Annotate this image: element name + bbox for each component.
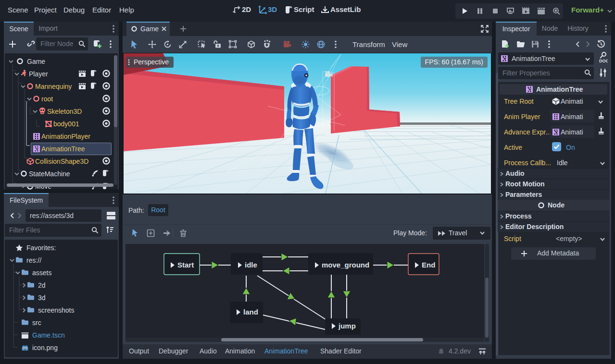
svg-text:idle: idle xyxy=(245,261,257,269)
svg-text:move_ground: move_ground xyxy=(322,261,369,269)
svg-text:End: End xyxy=(422,261,435,269)
svg-text:DOC: DOC xyxy=(599,59,608,63)
svg-text:land: land xyxy=(243,308,258,316)
svg-text:jump: jump xyxy=(338,322,356,330)
svg-text:Start: Start xyxy=(177,261,194,269)
